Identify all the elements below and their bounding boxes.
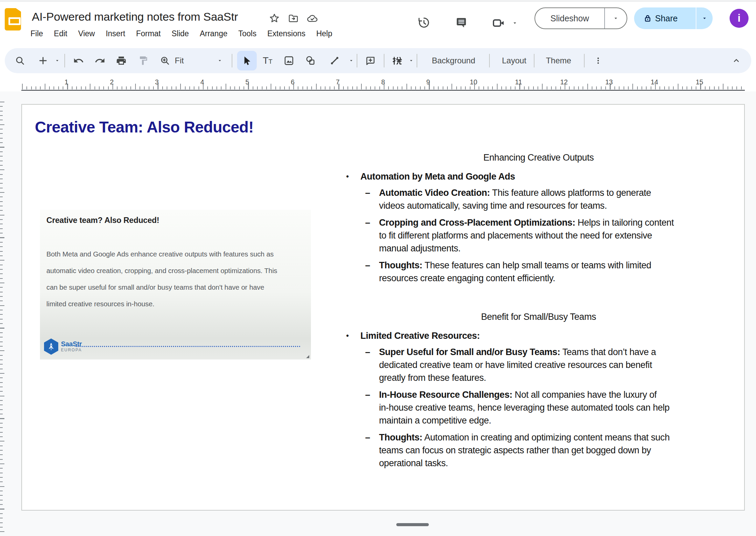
text-box-tool-button[interactable]: TT [259,50,276,71]
sub-bullet-text: Super Useful for Small and/or Busy Teams… [379,346,732,384]
insert-image-button[interactable] [281,50,296,71]
window-top-border [0,1,756,1]
new-slide-button[interactable] [36,50,50,71]
paint-format-button[interactable] [136,50,151,71]
zoom-select-caret-icon[interactable] [215,50,224,71]
add-comment-button[interactable] [363,50,378,71]
star-icon[interactable] [268,12,280,24]
share-dropdown-caret-icon[interactable] [696,7,713,29]
print-button[interactable] [114,50,129,71]
ruler-mark: 6 [291,78,294,86]
insert-line-button[interactable] [327,50,342,71]
sub-bullet-item: – Thoughts: These features can help smal… [365,259,732,285]
toolbar-separator [584,54,585,67]
new-slide-caret-icon[interactable] [53,50,62,71]
menu-arrange[interactable]: Arrange [194,27,233,40]
bullet-marker: • [345,170,360,183]
toolbar-separator [64,54,65,67]
slideshow-button[interactable]: Slideshow [535,8,604,28]
sub-bullet-text: In-House Resource Challenges: Not all co… [379,388,732,427]
google-slides-app: AI-Powered marketing notes from SaaStr F… [0,0,756,536]
menu-file[interactable]: File [25,27,48,40]
google-slides-logo[interactable] [5,8,21,30]
slideshow-dropdown-caret-icon[interactable] [605,8,627,28]
input-method-pinyin-icon[interactable] [390,50,405,71]
ruler-mark: 8 [381,78,385,86]
document-status-cloud-icon[interactable] [306,12,318,24]
speaker-notes-drag-handle[interactable] [396,523,429,526]
ruler-baseline [21,90,745,91]
menu-edit[interactable]: Edit [48,27,73,40]
menu-slide[interactable]: Slide [166,27,194,40]
dash-marker: – [365,346,379,384]
toolbar-separator [489,54,490,67]
menu-tools[interactable]: Tools [233,27,262,40]
share-button[interactable]: Share [655,7,695,29]
resize-corner-icon [306,355,309,358]
screenshot-body-line: can be super useful for small and/or bus… [46,279,304,295]
embedded-screenshot-image[interactable]: Creative team? Also Reduced! Both Meta a… [40,210,311,359]
share-button-group: Share [634,7,713,29]
ruler-mark: 2 [110,78,113,86]
menu-view[interactable]: View [73,27,100,40]
vertical-ruler [0,102,5,536]
camera-dropdown-caret-icon[interactable] [511,19,519,27]
version-history-icon[interactable] [416,15,431,30]
slide-title-textbox[interactable]: Creative Team: Also Reduced! [35,118,254,136]
layout-button[interactable]: Layout [497,50,531,71]
comments-icon[interactable] [454,15,469,30]
account-avatar[interactable]: i [730,9,749,28]
sub-bullet-item: – Super Useful for Small and/or Busy Tea… [365,346,732,384]
ruler-mark: 15 [696,78,703,86]
bullet-text: Limited Creative Resources: [360,329,732,342]
more-options-icon[interactable] [591,50,605,71]
move-to-folder-icon[interactable] [287,12,299,24]
undo-button[interactable] [71,50,86,71]
screenshot-heading: Creative team? Also Reduced! [46,216,159,225]
theme-button[interactable]: Theme [542,50,575,71]
redo-button[interactable] [92,50,107,71]
section-heading: Enhancing Creative Outputs [345,151,732,164]
document-title[interactable]: AI-Powered marketing notes from SaaStr [32,10,238,23]
bullet-item: • Automation by Meta and Google Ads [345,170,732,183]
search-menus-icon[interactable] [13,50,27,71]
ruler-mark: 3 [155,78,159,86]
collapse-toolbar-chevron-up-icon[interactable] [729,50,744,71]
ruler-mark: 9 [426,78,430,86]
sub-bullet-item: – In-House Resource Challenges: Not all … [365,388,732,427]
dash-marker: – [365,388,379,427]
screenshot-body-line: automatic video creation, cropping, and … [46,262,304,279]
menu-extensions[interactable]: Extensions [262,27,311,40]
select-tool-button[interactable] [237,51,257,70]
screenshot-body-line: limited creative resources in-house. [46,295,304,312]
input-method-caret-icon[interactable] [407,50,416,71]
slideshow-button-group: Slideshow [534,7,627,29]
dash-marker: – [365,186,379,212]
lock-icon [642,12,654,24]
horizontal-ruler: 1 2 3 4 5 6 7 8 9 10 11 12 13 14 15 [21,77,745,91]
toolbar-separator [534,54,534,67]
background-button[interactable]: Background [426,50,481,71]
zoom-icon[interactable] [158,50,172,71]
ruler-mark: 14 [651,78,658,86]
toolbar-separator [384,54,384,67]
line-tool-caret-icon[interactable] [347,50,356,71]
sub-bullet-item: – Automatic Video Creation: This feature… [365,186,732,212]
zoom-select[interactable]: Fit [175,50,195,71]
notes-textbox[interactable]: Enhancing Creative Outputs • Automation … [345,151,732,474]
bullet-marker: • [345,329,360,342]
toolbar-separator [417,54,417,67]
sub-bullet-text: Automatic Video Creation: This feature a… [379,186,732,212]
menu-format[interactable]: Format [131,27,166,40]
insert-shape-button[interactable] [303,50,318,71]
screenshot-body-line: Both Meta and Google Ads enhance creativ… [46,246,304,262]
menu-insert[interactable]: Insert [100,27,131,40]
screenshot-body-text: Both Meta and Google Ads enhance creativ… [46,246,304,312]
sub-bullet-item: – Cropping and Cross-Placement Optimizat… [365,216,732,255]
ruler-mark: 12 [560,78,568,86]
meet-camera-icon[interactable] [491,16,506,30]
ruler-mark: 11 [515,78,522,86]
sub-bullet-text: Thoughts: These features can help small … [379,259,732,285]
menu-help[interactable]: Help [311,27,338,40]
bullet-item: • Limited Creative Resources: [345,329,732,342]
